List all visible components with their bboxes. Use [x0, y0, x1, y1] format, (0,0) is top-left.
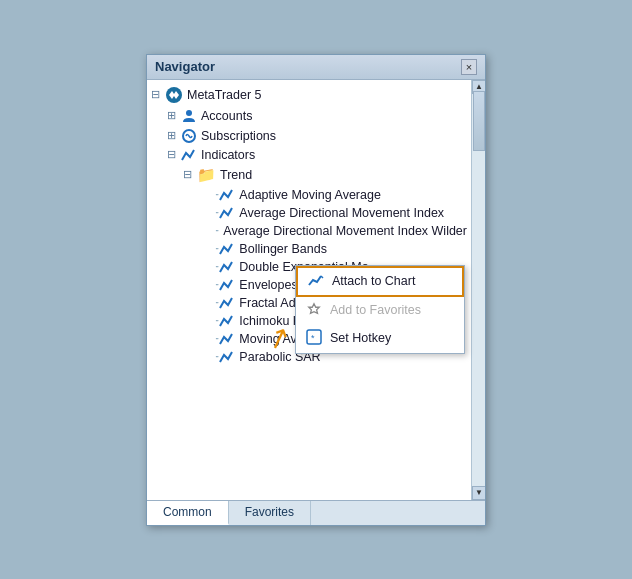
- scrollbar-thumb[interactable]: [473, 91, 485, 151]
- trend-expand-icon: ⊟: [183, 168, 195, 181]
- subscriptions-label: Subscriptions: [201, 129, 276, 143]
- dotted-line-4: ···: [215, 243, 217, 254]
- metatrader-logo-icon: [165, 86, 183, 104]
- root-expand-icon: ⊟: [151, 88, 163, 101]
- tree-item-subscriptions[interactable]: ⊞ Subscriptions: [147, 126, 471, 146]
- subscriptions-icon: [181, 128, 197, 144]
- context-menu: Attach to Chart Add to Favorites *: [295, 265, 465, 354]
- tree-item-trend[interactable]: ⊟ 📁 Trend: [147, 164, 471, 186]
- bollinger-icon: [219, 242, 235, 256]
- tree-item-adaptive[interactable]: ··· Adaptive Moving Average: [147, 186, 471, 204]
- svg-marker-4: [309, 303, 320, 313]
- svg-text:*: *: [311, 333, 315, 343]
- accounts-expand-icon: ⊞: [167, 109, 179, 122]
- favorites-label: Add to Favorites: [330, 303, 421, 317]
- indicators-expand-icon: ⊟: [167, 148, 179, 161]
- dotted-line-5: ···: [215, 261, 217, 272]
- scrollbar[interactable]: ▲ ▼: [471, 80, 485, 500]
- trend-label: Trend: [220, 168, 252, 182]
- tree-item-admw[interactable]: ··· Average Directional Movement Index W…: [147, 222, 471, 240]
- dema-icon: [219, 260, 235, 274]
- adaptive-icon: [219, 188, 235, 202]
- tab-common-label: Common: [163, 505, 212, 519]
- tab-favorites[interactable]: Favorites: [229, 501, 311, 525]
- context-menu-favorites[interactable]: Add to Favorites: [296, 297, 464, 324]
- bottom-tabs: Common Favorites: [147, 500, 485, 525]
- tab-common[interactable]: Common: [147, 501, 229, 525]
- envelopes-label: Envelopes: [239, 278, 297, 292]
- dotted-line-1: ···: [215, 189, 217, 200]
- hotkey-label: Set Hotkey: [330, 331, 391, 345]
- scrollbar-down-button[interactable]: ▼: [472, 486, 485, 500]
- adaptive-label: Adaptive Moving Average: [239, 188, 381, 202]
- close-button[interactable]: ×: [461, 59, 477, 75]
- dotted-line-3: ···: [215, 225, 217, 236]
- ma-icon: [219, 332, 235, 346]
- dotted-line-6: ···: [215, 279, 217, 290]
- envelopes-icon: [219, 278, 235, 292]
- dotted-line-8: ···: [215, 315, 217, 326]
- dotted-line-10: ···: [215, 351, 217, 362]
- attach-chart-label: Attach to Chart: [332, 274, 415, 288]
- parabolic-icon: [219, 350, 235, 364]
- ichimoku-icon: [219, 314, 235, 328]
- tree-item-indicators[interactable]: ⊟ Indicators: [147, 146, 471, 164]
- tree-root[interactable]: ⊟ MetaTrader 5: [147, 84, 471, 106]
- context-menu-hotkey[interactable]: * Set Hotkey: [296, 324, 464, 353]
- window-title: Navigator: [155, 59, 215, 74]
- title-bar: Navigator ×: [147, 55, 485, 80]
- tree-area[interactable]: ⊟ MetaTrader 5 ⊞ Accounts: [147, 80, 485, 500]
- navigator-window: Navigator × ⊟ MetaTrader 5 ⊞: [146, 54, 486, 526]
- tree-item-admi[interactable]: ··· Average Directional Movement Index: [147, 204, 471, 222]
- fractal-icon: [219, 296, 235, 310]
- bollinger-label: Bollinger Bands: [239, 242, 327, 256]
- accounts-icon: [181, 108, 197, 124]
- favorites-icon: [306, 302, 324, 319]
- hotkey-icon: *: [306, 329, 324, 348]
- tree-item-bollinger[interactable]: ··· Bollinger Bands: [147, 240, 471, 258]
- tab-favorites-label: Favorites: [245, 505, 294, 519]
- svg-point-1: [186, 110, 192, 116]
- admi-icon: [219, 206, 235, 220]
- indicators-label: Indicators: [201, 148, 255, 162]
- subscriptions-expand-icon: ⊞: [167, 129, 179, 142]
- trend-folder-icon: 📁: [197, 166, 216, 184]
- tree-item-accounts[interactable]: ⊞ Accounts: [147, 106, 471, 126]
- indicators-icon: [181, 148, 197, 162]
- admi-label: Average Directional Movement Index: [239, 206, 444, 220]
- accounts-label: Accounts: [201, 109, 252, 123]
- dotted-line-9: ···: [215, 333, 217, 344]
- admw-label: Average Directional Movement Index Wilde…: [223, 224, 467, 238]
- dotted-line-7: ···: [215, 297, 217, 308]
- root-label: MetaTrader 5: [187, 88, 262, 102]
- svg-line-3: [321, 276, 323, 278]
- scroll-down-icon: ▼: [475, 488, 483, 497]
- dotted-line-2: ···: [215, 207, 217, 218]
- close-icon: ×: [466, 61, 472, 73]
- context-menu-attach[interactable]: Attach to Chart: [296, 266, 464, 297]
- attach-chart-icon: [308, 273, 326, 290]
